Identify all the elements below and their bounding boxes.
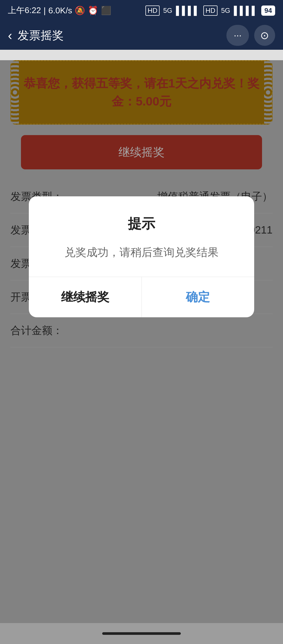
scan-button[interactable]: ⊙ — [254, 25, 275, 46]
main-content: 恭喜您，获得五等奖，请在1天之内兑奖！奖金：5.00元 继续摇奖 发票类型： 增… — [0, 60, 283, 644]
nav-actions: ··· ⊙ — [226, 25, 275, 46]
5g-badge-2: 5G — [221, 7, 230, 15]
signal-2: ▌▌▌▌ — [234, 6, 258, 15]
5g-badge-1: 5G — [163, 7, 172, 15]
dialog-title: 提示 — [45, 215, 238, 233]
signal-1: ▌▌▌▌ — [176, 6, 200, 15]
modal-overlay: 提示 兑奖成功，请稍后查询兑奖结果 继续摇奖 确定 — [0, 60, 283, 644]
status-right: HD 5G ▌▌▌▌ HD 5G ▌▌▌▌ 94 — [145, 5, 275, 16]
page-title: 发票摇奖 — [18, 28, 226, 43]
scan-icon: ⊙ — [260, 29, 269, 41]
more-button[interactable]: ··· — [226, 25, 249, 46]
dialog-actions: 继续摇奖 确定 — [29, 277, 254, 317]
speed-display: | — [43, 6, 46, 15]
dialog-continue-button[interactable]: 继续摇奖 — [29, 277, 142, 317]
hd-badge-2: HD — [203, 5, 217, 16]
time-display: 上午6:22 — [8, 5, 41, 16]
status-left: 上午6:22 | 6.0K/s 🔕 ⏰ ⬛ — [8, 5, 111, 16]
dialog-message: 兑奖成功，请稍后查询兑奖结果 — [45, 243, 238, 261]
nav-bar: ‹ 发票摇奖 ··· ⊙ — [0, 21, 283, 50]
dialog-confirm-button[interactable]: 确定 — [142, 277, 254, 317]
status-bar: 上午6:22 | 6.0K/s 🔕 ⏰ ⬛ HD 5G ▌▌▌▌ HD 5G ▌… — [0, 0, 283, 21]
dialog-body: 提示 兑奖成功，请稍后查询兑奖结果 — [29, 196, 254, 277]
back-button[interactable]: ‹ — [8, 28, 18, 43]
dialog: 提示 兑奖成功，请稍后查询兑奖结果 继续摇奖 确定 — [29, 196, 254, 317]
alarm-icon: ⏰ — [88, 5, 98, 15]
hd-badge-1: HD — [145, 5, 160, 16]
mute-icon: 🔕 — [75, 5, 85, 15]
battery-indicator: 94 — [261, 5, 275, 16]
record-icon: ⬛ — [101, 5, 111, 15]
network-speed: 6.0K/s — [48, 6, 72, 15]
